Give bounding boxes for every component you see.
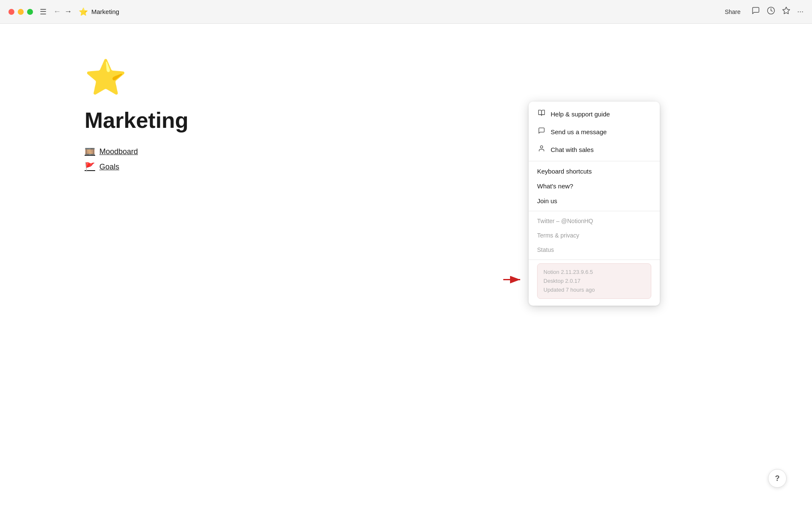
favorite-icon[interactable] [782, 6, 790, 17]
version-container: Notion 2.11.23.9.6.5 Desktop 2.0.17 Upda… [529, 263, 660, 299]
book-icon [537, 109, 546, 119]
twitter-item[interactable]: Twitter – @NotionHQ [529, 214, 660, 228]
chat-sales-label: Chat with sales [551, 146, 594, 153]
chat-sales-item[interactable]: Chat with sales [529, 141, 660, 158]
titlebar: ☰ ← → ⭐ Marketing Share ··· [0, 0, 812, 24]
person-icon [537, 145, 546, 154]
share-button[interactable]: Share [721, 7, 745, 17]
more-icon[interactable]: ··· [797, 7, 804, 16]
page-emoji: ⭐ [85, 58, 727, 97]
close-button[interactable] [8, 9, 14, 15]
dropdown-menu: Help & support guide Send us a message C… [529, 102, 660, 306]
help-button-label: ? [775, 474, 780, 483]
message-icon [537, 127, 546, 136]
page-star-icon: ⭐ [79, 7, 88, 17]
goals-icon: 🚩 [85, 162, 95, 172]
page-icon-title: ⭐ Marketing [79, 7, 119, 17]
minimize-button[interactable] [18, 9, 24, 15]
maximize-button[interactable] [27, 9, 33, 15]
help-support-item[interactable]: Help & support guide [529, 105, 660, 123]
version-box: Notion 2.11.23.9.6.5 Desktop 2.0.17 Upda… [537, 263, 651, 299]
version-line3: Updated 7 hours ago [543, 286, 645, 295]
arrow-indicator-icon [503, 274, 524, 289]
whats-new-item[interactable]: What's new? [529, 179, 660, 193]
nav-arrows: ← → [53, 7, 72, 16]
send-message-item[interactable]: Send us a message [529, 123, 660, 141]
moodboard-link[interactable]: Moodboard [99, 147, 138, 156]
moodboard-icon: 🎞️ [85, 146, 95, 157]
version-line1: Notion 2.11.23.9.6.5 [543, 268, 645, 277]
main-content: ⭐ Marketing 🎞️ Moodboard 🚩 Goals [0, 24, 812, 206]
hamburger-icon[interactable]: ☰ [40, 7, 47, 17]
help-support-label: Help & support guide [551, 110, 610, 118]
titlebar-right: Share ··· [721, 6, 804, 17]
divider-3 [529, 260, 660, 260]
traffic-lights [8, 9, 33, 15]
send-message-label: Send us a message [551, 128, 607, 135]
page-title: Marketing [91, 8, 119, 15]
divider-2 [529, 211, 660, 211]
comment-icon[interactable] [752, 6, 760, 17]
terms-privacy-item[interactable]: Terms & privacy [529, 228, 660, 243]
join-us-item[interactable]: Join us [529, 193, 660, 208]
svg-marker-1 [783, 7, 790, 14]
status-item[interactable]: Status [529, 243, 660, 257]
history-icon[interactable] [767, 6, 775, 17]
forward-arrow-icon[interactable]: → [64, 7, 72, 16]
divider-1 [529, 161, 660, 161]
goals-link[interactable]: Goals [99, 163, 119, 171]
keyboard-shortcuts-item[interactable]: Keyboard shortcuts [529, 164, 660, 179]
version-line2: Desktop 2.0.17 [543, 277, 645, 286]
svg-point-2 [540, 146, 543, 148]
back-arrow-icon[interactable]: ← [53, 7, 61, 16]
help-button[interactable]: ? [768, 469, 787, 488]
